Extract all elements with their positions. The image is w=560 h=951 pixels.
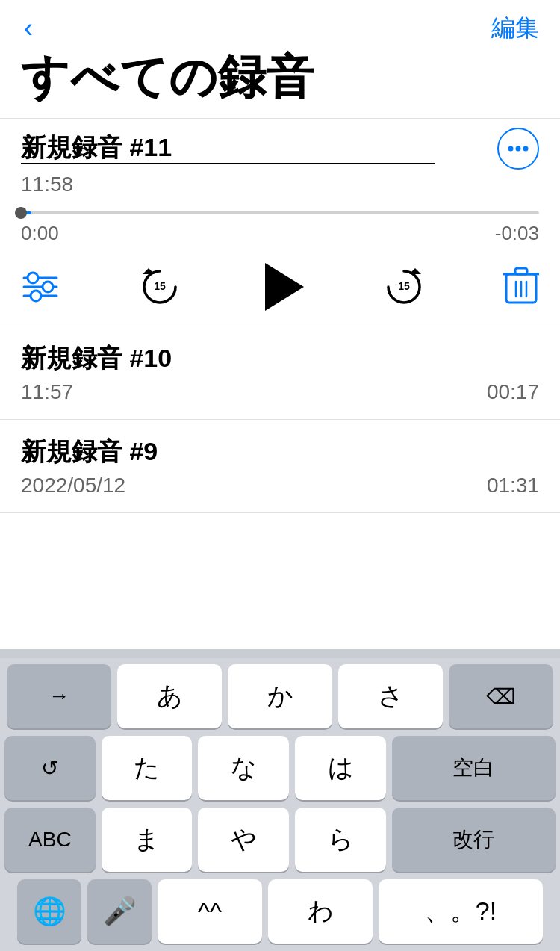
svg-point-6 — [43, 282, 53, 292]
svg-text:15: 15 — [398, 280, 410, 292]
keyboard: → あ か さ ⌫ ↺ た な は 空白 ABC ま や ら 改行 🌐 🎤 ^^… — [0, 649, 560, 951]
recording-list: 新規録音 #10 11:57 00:17 新規録音 #9 2022/05/12 … — [0, 326, 560, 513]
recording-item-name: 新規録音 #9 — [21, 435, 539, 469]
recording-item-meta: 11:57 00:17 — [21, 380, 539, 404]
key-ya[interactable]: や — [198, 808, 289, 872]
svg-point-8 — [31, 291, 41, 301]
key-globe[interactable]: 🌐 — [17, 879, 81, 944]
key-arrow[interactable]: → — [7, 664, 111, 728]
recording-item[interactable]: 新規録音 #9 2022/05/12 01:31 — [0, 420, 560, 513]
recording-item[interactable]: 新規録音 #10 11:57 00:17 — [0, 326, 560, 420]
svg-rect-15 — [515, 268, 527, 274]
recording-item-date: 11:57 — [21, 380, 73, 404]
back-button[interactable]: ‹ — [21, 12, 36, 45]
keyboard-row-4: 🌐 🎤 ^^ わ 、。?! — [4, 879, 556, 944]
recording-item-name: 新規録音 #10 — [21, 341, 539, 376]
svg-point-0 — [508, 146, 514, 152]
key-mic[interactable]: 🎤 — [87, 879, 152, 944]
progress-start-time: 0:00 — [21, 222, 59, 245]
rewind-button[interactable]: 15 — [137, 264, 183, 310]
key-ma[interactable]: ま — [102, 808, 193, 872]
key-wa[interactable]: わ — [268, 879, 373, 944]
header: ‹ 編集 — [0, 0, 560, 51]
edit-button[interactable]: 編集 — [491, 12, 539, 45]
key-ra[interactable]: ら — [295, 808, 386, 872]
keyboard-row-2: ↺ た な は 空白 — [4, 736, 556, 800]
key-delete[interactable]: ⌫ — [449, 664, 553, 728]
key-enter[interactable]: 改行 — [392, 808, 556, 872]
svg-marker-11 — [409, 268, 421, 274]
key-sa[interactable]: さ — [338, 664, 443, 728]
forward-button[interactable]: 15 — [381, 264, 427, 310]
recording-item-duration: 00:17 — [487, 380, 539, 404]
keyboard-top-bar — [0, 649, 560, 658]
svg-marker-9 — [143, 268, 155, 274]
play-button[interactable] — [259, 263, 304, 311]
progress-knob[interactable] — [15, 207, 27, 219]
adjust-button[interactable] — [21, 269, 60, 305]
key-ta[interactable]: た — [102, 736, 193, 800]
active-recording-item: 11:58 — [0, 118, 560, 196]
play-icon — [265, 263, 304, 311]
keyboard-rows: → あ か さ ⌫ ↺ た な は 空白 ABC ま や ら 改行 🌐 🎤 ^^… — [0, 658, 560, 951]
key-space[interactable]: 空白 — [392, 736, 556, 800]
delete-recording-button[interactable] — [503, 267, 539, 307]
progress-track[interactable] — [21, 211, 539, 214]
keyboard-row-1: → あ か さ ⌫ — [4, 664, 556, 728]
key-abc[interactable]: ABC — [4, 808, 96, 872]
recording-item-duration: 01:31 — [487, 474, 539, 498]
progress-bar-container[interactable] — [0, 211, 560, 214]
key-punct[interactable]: 、。?! — [379, 879, 543, 944]
playback-controls: 15 15 — [0, 257, 560, 326]
recording-item-date: 2022/05/12 — [21, 474, 125, 498]
key-ha[interactable]: は — [295, 736, 386, 800]
key-na[interactable]: な — [198, 736, 289, 800]
progress-times: 0:00 -0:03 — [0, 217, 560, 257]
svg-point-1 — [516, 146, 521, 152]
key-tenten[interactable]: ^^ — [158, 879, 262, 944]
svg-text:15: 15 — [154, 280, 166, 292]
keyboard-row-3: ABC ま や ら 改行 — [4, 808, 556, 872]
recording-time: 11:58 — [21, 173, 539, 196]
svg-point-4 — [28, 273, 38, 283]
recording-name-input[interactable] — [21, 134, 435, 164]
svg-point-2 — [523, 146, 529, 152]
key-ka[interactable]: か — [228, 664, 332, 728]
key-undo[interactable]: ↺ — [4, 736, 96, 800]
more-options-button[interactable] — [497, 128, 539, 170]
key-a[interactable]: あ — [117, 664, 222, 728]
progress-end-time: -0:03 — [495, 222, 539, 245]
page-title: すべての録音 — [0, 51, 560, 118]
recording-item-meta: 2022/05/12 01:31 — [21, 474, 539, 498]
